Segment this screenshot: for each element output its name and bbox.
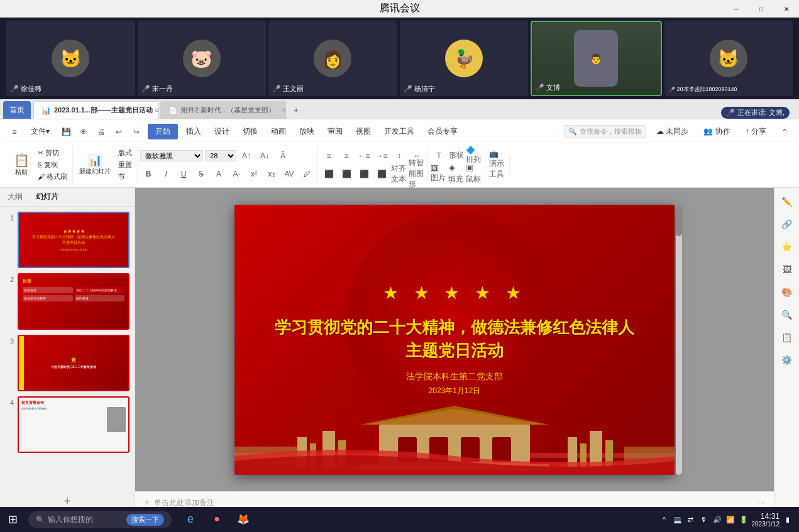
bullet-list[interactable]: ≡ (321, 148, 337, 164)
smart-art[interactable]: 🔷 排列 (466, 148, 482, 164)
line-spacing[interactable]: ↕ (391, 148, 407, 164)
format-painter-btn[interactable]: 🖌 格式刷 (35, 171, 70, 183)
tab-presentation-2[interactable]: 📄 附件2 新时代...（基层党支部） ✕ (160, 101, 286, 119)
print-btn[interactable]: 🖨 (93, 124, 109, 140)
taskbar-search[interactable]: 🔍 搜索一下 (28, 511, 172, 528)
tab-add-button[interactable]: + (287, 101, 305, 119)
notes-placeholder[interactable]: 单击此处添加备注 (154, 497, 214, 508)
undo-btn[interactable]: ↩ (111, 124, 127, 140)
num-list[interactable]: ≡ (338, 148, 355, 164)
taskbar-mic-icon[interactable]: 🎙 (699, 514, 709, 524)
taskbar-keyboard-icon[interactable]: 💻 (673, 514, 683, 524)
taskbar-app-wps[interactable]: ● (204, 507, 229, 532)
smart-convert[interactable]: 转智能图形 (409, 166, 425, 182)
slide-thumbnail[interactable]: 目录 前言背景 党纪二十大精神中的思想解读 司法学法追要警 相约精進 (18, 273, 129, 330)
toolbar-collapse[interactable]: ⌃ (776, 124, 793, 140)
menu-insert[interactable]: 插入 (181, 125, 206, 138)
subscript-btn[interactable]: x₂ (263, 166, 280, 182)
rp-settings-icon[interactable]: ⚙️ (778, 351, 796, 369)
participant-card-active[interactable]: 👨 🎤 文博 (531, 21, 662, 96)
menu-slideshow[interactable]: 放映 (294, 125, 319, 138)
strikethrough-btn[interactable]: S̶ (193, 166, 209, 182)
share-btn[interactable]: ↑ 分享 (741, 125, 771, 138)
shapes-btn[interactable]: 形状 (448, 148, 465, 164)
participant-card[interactable]: 🐱 🎤 徐佳稀 (6, 21, 135, 96)
font-family-select[interactable]: 微软雅黑 (140, 150, 203, 161)
taskbar-up-arrow[interactable]: ^ (659, 514, 670, 524)
superscript-btn[interactable]: x² (246, 166, 262, 182)
minimize-button[interactable]: ─ (724, 0, 749, 18)
rp-link-icon[interactable]: 🔗 (778, 215, 796, 233)
tab-close-button[interactable]: ✕ (282, 107, 286, 114)
bold-btn[interactable]: B (140, 166, 157, 182)
menu-member[interactable]: 会员专享 (422, 125, 463, 138)
redo-btn[interactable]: ↪ (128, 124, 145, 140)
rp-image-icon[interactable]: 🖼 (778, 261, 796, 278)
menu-hamburger[interactable]: ≡ (6, 124, 23, 140)
decrease-indent[interactable]: ←≡ (356, 148, 372, 164)
rp-clipboard-icon[interactable]: 📋 (778, 328, 796, 346)
font-size-decrease[interactable]: A↓ (256, 148, 273, 164)
rp-star-icon[interactable]: ⭐ (778, 238, 796, 256)
rp-pen-icon[interactable]: ✏️ (778, 193, 796, 210)
slide-thumbnail[interactable]: ★★★★★ 学习贯彻党的二十大精神，做德法兼修红色法律人主题党日活动 法学院本科… (18, 212, 129, 268)
reset-btn[interactable]: 重置 (116, 159, 135, 171)
menu-devtools[interactable]: 开发工具 (379, 125, 419, 138)
tab-outline[interactable]: 大纲 (3, 190, 28, 204)
taskbar-volume-icon[interactable]: 🔊 (712, 514, 722, 524)
font-size-increase[interactable]: A↑ (238, 148, 255, 164)
search-box[interactable]: 🔍 查找命令，搜索模板 (564, 125, 646, 138)
slide-thumbnail[interactable]: 党习近平新时代二0二二年新年贺词 (18, 335, 129, 391)
tab-presentation-1[interactable]: 📊 2023.01.1...部——主题党日活动 ○ ✕ (33, 101, 159, 119)
slide-scrollbar[interactable] (676, 205, 682, 475)
taskbar-sync-icon[interactable]: ⇄ (686, 514, 696, 524)
clear-format[interactable]: Ā (275, 148, 291, 164)
char-spacing-btn[interactable]: AV (281, 166, 297, 182)
list-item[interactable]: 3 党习近平新时代二0二二年新年贺词 (5, 335, 129, 391)
underline-btn[interactable]: U (175, 166, 192, 182)
align-left[interactable]: ⬛ (321, 166, 337, 182)
restore-button[interactable]: □ (749, 0, 774, 18)
menu-animation[interactable]: 动画 (266, 125, 291, 138)
cut-btn[interactable]: ✂ 剪切 (35, 147, 70, 159)
main-slide[interactable]: ★ ★ ★ ★ ★ 学习贯彻党的二十大精神，做德法兼修红色法律人 主题党日活动 … (234, 205, 675, 475)
menu-view[interactable]: 视图 (351, 125, 376, 138)
tab-slides[interactable]: 幻灯片 (31, 190, 63, 204)
participant-card[interactable]: 🐱 🎤 20本李孟阳1802090140 (664, 21, 793, 96)
arrange-btn[interactable]: ▣ 鼠标 (466, 166, 482, 182)
font-size-select[interactable]: 28 (205, 150, 236, 161)
taskbar-app-edge[interactable]: e (178, 507, 203, 532)
list-item[interactable]: 2 目录 前言背景 党纪二十大精神中的思想解读 司法学法追要警 相约精進 (5, 273, 129, 330)
taskbar-battery-icon[interactable]: 🔋 (739, 514, 749, 524)
show-desktop-btn[interactable]: ▮ (783, 514, 793, 524)
image-btn[interactable]: 🖼 图片 (431, 166, 447, 182)
align-right[interactable]: ⬛ (356, 166, 372, 182)
participant-card[interactable]: 👩 🎤 王文丽 (268, 21, 397, 96)
text-box[interactable]: T (431, 148, 447, 164)
save-btn[interactable]: 💾 (58, 124, 74, 140)
rp-palette-icon[interactable]: 🎨 (778, 283, 796, 301)
italic-btn[interactable]: I (158, 166, 174, 182)
sync-btn[interactable]: ☁ 未同步 (651, 125, 693, 138)
taskbar-search-input[interactable] (48, 515, 123, 524)
list-item[interactable]: 4 前言背景金句 党的宗旨是为人民服务... (5, 396, 129, 453)
taskbar-network-icon[interactable]: 📶 (725, 514, 736, 524)
align-justify[interactable]: ⬛ (373, 166, 390, 182)
align-center[interactable]: ⬛ (338, 166, 355, 182)
highlight-btn[interactable]: 🖊 (299, 166, 315, 182)
notes-more[interactable]: ··· (758, 498, 764, 507)
menu-review[interactable]: 审阅 (322, 125, 348, 138)
menu-design[interactable]: 设计 (209, 125, 234, 138)
participant-card[interactable]: 🐷 🎤 宋一丹 (138, 21, 267, 96)
rp-search-icon[interactable]: 🔍 (778, 306, 796, 323)
align-text[interactable]: 对齐文本 (391, 166, 407, 182)
start-button[interactable]: ⊞ (0, 507, 25, 532)
present-tool[interactable]: 📺 演示工具 (489, 156, 505, 173)
slide-thumbnail[interactable]: 前言背景金句 党的宗旨是为人民服务... (18, 396, 129, 453)
font-color-btn[interactable]: A· (228, 166, 245, 182)
participant-card[interactable]: 🦆 🎤 杨清宁 (400, 21, 529, 96)
copy-btn[interactable]: ⎘ 复制 (35, 159, 70, 171)
new-slide-btn[interactable]: 📊 新建幻灯片 (75, 151, 114, 178)
tab-home[interactable]: 首页 (3, 101, 31, 119)
close-button[interactable]: ✕ (774, 0, 799, 18)
